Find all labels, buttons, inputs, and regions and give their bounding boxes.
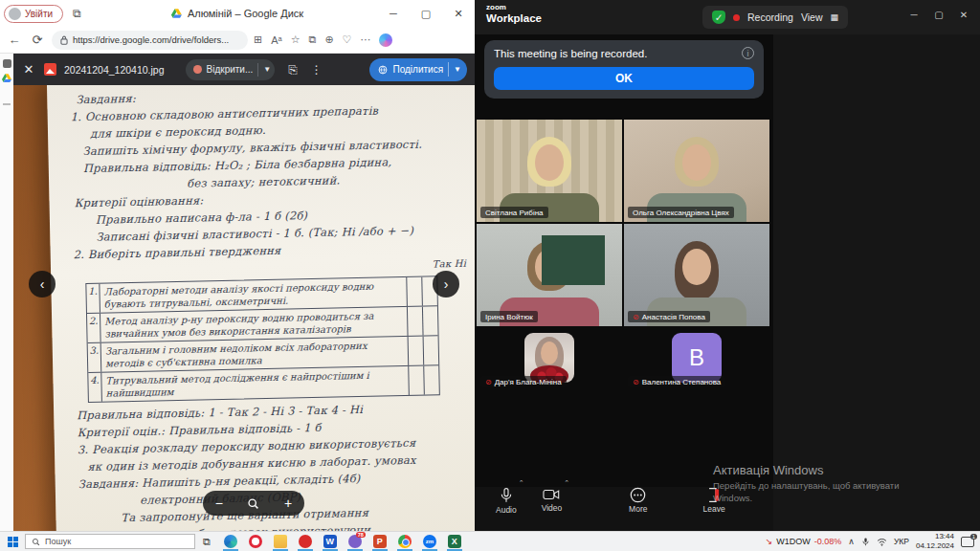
camera-icon (543, 487, 560, 502)
taskbar-app-explorer[interactable] (268, 532, 293, 551)
refresh-icon[interactable]: ⟳ (29, 33, 46, 47)
zoom-out-icon[interactable]: − (215, 496, 223, 511)
minimize-button[interactable]: ─ (377, 0, 410, 27)
taskbar-app-excel[interactable]: X (442, 532, 467, 551)
share-caret-icon[interactable]: ▼ (454, 65, 461, 74)
page-left-edge (0, 54, 13, 531)
browser-toolbar: ← ⟳ https://drive.google.com/drive/folde… (0, 27, 475, 54)
recording-label: Recording (747, 11, 793, 23)
participant-video-olha[interactable]: Ольга Олександрівна Цвях (624, 120, 769, 222)
read-aloud-icon[interactable]: Aᵃ (271, 34, 281, 46)
zoom-logo: zoom Workplace (486, 4, 542, 24)
meeting-status-pill: ✓ Recording View ▦ (702, 6, 848, 29)
close-button[interactable]: ✕ (951, 4, 976, 25)
view-button[interactable]: View (801, 11, 823, 23)
microphone-icon (499, 487, 514, 504)
encryption-shield-icon[interactable]: ✓ (712, 11, 725, 24)
taskbar-app-powerpoint[interactable]: P (368, 532, 392, 551)
view-grid-icon[interactable]: ▦ (830, 12, 838, 22)
video-options-caret-icon[interactable]: ⌃ (564, 479, 569, 487)
browser-essentials-icon[interactable]: ♡ (343, 33, 352, 46)
back-icon[interactable]: ← (6, 33, 23, 47)
share-label: Поділитися (392, 64, 443, 75)
drive-menu-icon[interactable] (3, 59, 11, 68)
image-file-icon (44, 63, 56, 76)
signin-button[interactable]: Увійти (4, 5, 63, 23)
hidden-icons-chevron[interactable]: ∧ (848, 537, 855, 546)
zoom-in-icon[interactable]: + (284, 496, 292, 511)
drive-preview-overlay: ✕ 20241204_120410.jpg Відкрити... ▼ ⎘ ⋮ (13, 54, 475, 531)
minimize-button[interactable]: ─ (902, 4, 926, 25)
preview-close-icon[interactable]: ✕ (21, 62, 36, 77)
document-image-area: Завдання: 1. Основною складовою антисепт… (13, 85, 475, 531)
leave-button[interactable]: Leave (702, 487, 724, 514)
close-button[interactable]: ✕ (442, 0, 475, 27)
taskbar-app-opera[interactable] (243, 532, 268, 551)
browser-window-controls: ─ ▢ ✕ (377, 0, 475, 27)
mic-off-icon: ⊘ (633, 313, 639, 321)
share-button[interactable]: Поділитися ▼ (369, 58, 467, 81)
open-with-label: Відкрити... (207, 64, 254, 75)
video-button[interactable]: Video (542, 487, 563, 513)
wifi-icon[interactable] (877, 538, 887, 546)
notification-center-icon[interactable]: 1 (961, 537, 974, 547)
participant-video-svitlana[interactable]: Світлана Рибіна (477, 120, 622, 222)
taskbar-app-chrome[interactable] (392, 532, 417, 551)
taskbar-app-browser-red[interactable] (293, 532, 318, 551)
divider (3, 103, 11, 105)
audio-button[interactable]: Audio (496, 487, 517, 515)
clock[interactable]: 13:44 04.12.2024 (916, 532, 954, 550)
leave-door-icon (706, 487, 723, 503)
recording-banner-text: This meeting is being recorded. (494, 48, 742, 59)
open-with-caret-icon[interactable]: ▼ (263, 65, 271, 74)
info-icon[interactable]: i (742, 47, 754, 59)
workspaces-icon[interactable]: ⧉ (73, 7, 81, 20)
date-text: 04.12.2024 (916, 541, 954, 551)
excel-icon: X (448, 535, 461, 548)
taskbar-app-zoom[interactable]: zm (417, 532, 442, 551)
maximize-button[interactable]: ▢ (410, 0, 442, 27)
address-bar[interactable]: https://drive.google.com/drive/folders..… (52, 31, 248, 50)
favorites-bar-icon[interactable]: ⧉ (309, 33, 317, 46)
ticker-change: -0.08% (814, 537, 842, 546)
magnifier-icon[interactable] (247, 497, 259, 510)
open-with-app-icon (193, 65, 202, 74)
more-button[interactable]: More (629, 487, 647, 514)
taskbar-search[interactable]: Пошук (25, 534, 195, 549)
zoom-app-icon: zm (423, 535, 436, 548)
participant-tile-daria[interactable]: ⊘ Дар'я Блага-Мініна (477, 328, 622, 389)
audio-options-caret-icon[interactable]: ⌃ (519, 479, 524, 487)
split-screen-icon[interactable]: ⊞ (254, 33, 262, 46)
collections-icon[interactable]: ⊕ (324, 33, 333, 46)
previous-image-button[interactable]: ‹ (29, 271, 56, 298)
next-image-button[interactable]: › (433, 271, 459, 298)
search-icon (32, 538, 40, 546)
taskbar-app-edge[interactable] (218, 532, 243, 551)
participant-tile-valentyna[interactable]: B ⊘ Валентина Степанова (624, 328, 769, 389)
task-view-icon[interactable]: ⧉ (203, 536, 211, 548)
stock-ticker-widget[interactable]: ↘ W1DOW -0.08% (766, 537, 842, 546)
open-with-button[interactable]: Відкрити... ▼ (186, 59, 276, 80)
mic-off-icon: ⊘ (485, 378, 492, 386)
participant-video-iryna[interactable]: Ірина Войтюк (477, 224, 622, 326)
zoom-titlebar: zoom Workplace ✓ Recording View ▦ ─ ▢ ✕ (475, 0, 980, 34)
meeting-toolbar: Audio ⌃ Video ⌃ (475, 487, 773, 531)
add-shortcut-icon[interactable]: ⎘ (288, 63, 298, 77)
preview-header: ✕ 20241204_120410.jpg Відкрити... ▼ ⎘ ⋮ (13, 54, 475, 85)
tray-microphone-icon[interactable] (861, 537, 870, 547)
more-actions-icon[interactable]: ⋮ (311, 63, 323, 77)
recording-dot-icon (733, 14, 740, 21)
more-menu-icon[interactable]: ⋯ (360, 33, 370, 46)
maximize-button[interactable]: ▢ (926, 4, 951, 25)
participant-name-tag: ⊘ Анастасія Попова (628, 311, 710, 322)
start-button[interactable] (0, 537, 25, 547)
participant-video-anastasiia[interactable]: ⊘ Анастасія Попова (624, 224, 769, 326)
participant-name-tag: Ірина Войтюк (480, 311, 538, 322)
language-indicator[interactable]: УКР (894, 537, 909, 546)
handwritten-page: Завдання: 1. Основною складовою антисепт… (47, 85, 475, 531)
taskbar-app-word[interactable]: W (318, 532, 343, 551)
favorite-star-icon[interactable]: ☆ (291, 33, 301, 46)
copilot-icon[interactable] (379, 33, 392, 47)
ok-button[interactable]: OK (494, 67, 754, 90)
taskbar-app-viber[interactable]: 78 (343, 532, 368, 551)
